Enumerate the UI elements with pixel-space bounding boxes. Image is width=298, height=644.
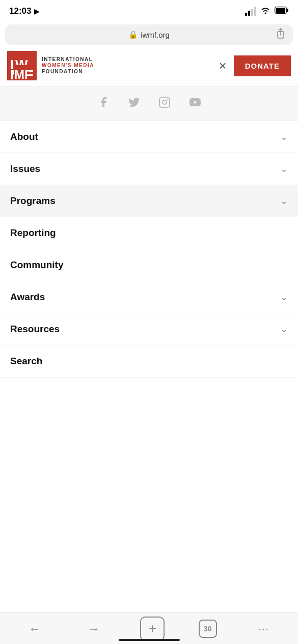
svg-point-13	[167, 99, 168, 100]
new-tab-button[interactable]: +	[140, 617, 165, 641]
logo-area[interactable]: I W M F MF INTERNATIONAL WOMEN'S MEDIA F…	[7, 51, 94, 80]
location-icon: ▶	[34, 8, 39, 15]
battery-icon	[275, 7, 289, 16]
status-bar: 12:03 ▶	[0, 0, 298, 22]
lock-icon: 🔒	[128, 30, 138, 39]
chevron-down-icon: ⌄	[280, 195, 288, 207]
browser-url-display: 🔒 iwmf.org	[128, 30, 170, 39]
youtube-icon[interactable]	[189, 96, 201, 111]
main-nav: About ⌄ Issues ⌄ Programs ⌄ Reporting Co…	[0, 121, 298, 377]
header-actions: × DONATE	[219, 55, 291, 76]
svg-rect-2	[276, 8, 285, 13]
chevron-down-icon: ⌄	[280, 291, 288, 303]
overlay: 12:03 ▶	[0, 0, 298, 377]
nav-item-search[interactable]: Search	[0, 345, 298, 377]
instagram-icon[interactable]	[158, 96, 171, 111]
tab-count-button[interactable]: 30	[199, 620, 217, 638]
site-header: I W M F MF INTERNATIONAL WOMEN'S MEDIA F…	[0, 45, 298, 87]
share-button[interactable]	[276, 28, 286, 41]
nav-item-awards[interactable]: Awards ⌄	[0, 281, 298, 313]
status-time: 12:03 ▶	[9, 6, 39, 16]
nav-item-reporting[interactable]: Reporting	[0, 217, 298, 249]
more-options-button[interactable]: ···	[251, 618, 276, 640]
chevron-down-icon: ⌄	[280, 324, 288, 335]
back-button[interactable]: ←	[22, 618, 47, 640]
svg-rect-11	[159, 97, 170, 107]
nav-item-programs[interactable]: Programs ⌄	[0, 185, 298, 217]
svg-point-12	[162, 100, 167, 104]
signal-bars	[245, 7, 256, 16]
social-bar	[0, 87, 298, 121]
chevron-down-icon: ⌄	[280, 131, 288, 142]
facebook-icon[interactable]	[97, 96, 110, 111]
site-logo: I W M F MF	[7, 51, 37, 80]
close-menu-button[interactable]: ×	[219, 58, 227, 74]
nav-item-issues[interactable]: Issues ⌄	[0, 153, 298, 185]
forward-button[interactable]: →	[81, 618, 106, 640]
donate-button[interactable]: DONATE	[234, 55, 291, 76]
svg-rect-1	[287, 9, 288, 12]
nav-item-community[interactable]: Community	[0, 249, 298, 281]
browser-address-bar[interactable]: 🔒 iwmf.org	[5, 24, 293, 45]
home-indicator	[119, 639, 180, 641]
wifi-icon	[260, 6, 270, 16]
chevron-down-icon: ⌄	[280, 163, 288, 174]
svg-text:MF: MF	[14, 68, 32, 80]
status-icons	[245, 6, 289, 16]
nav-item-about[interactable]: About ⌄	[0, 121, 298, 153]
nav-item-resources[interactable]: Resources ⌄	[0, 313, 298, 345]
twitter-icon[interactable]	[128, 96, 140, 111]
logo-text: INTERNATIONAL WOMEN'S MEDIA FOUNDATION	[42, 56, 94, 75]
